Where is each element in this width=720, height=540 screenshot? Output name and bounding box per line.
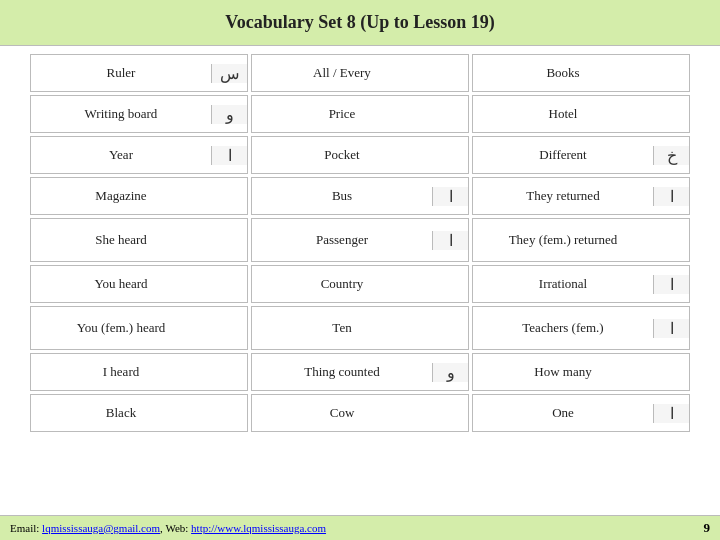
vocab-cell: Rulerس [30, 54, 248, 92]
vocab-label: All / Every [252, 61, 432, 86]
vocab-arabic: س [211, 64, 247, 83]
vocab-cell: Irrationalا [472, 265, 690, 303]
footer-web-label: Web: [165, 522, 191, 534]
vocab-label: Irrational [473, 272, 653, 297]
vocab-cell: Passengerا [251, 218, 469, 262]
vocab-arabic: ا [432, 231, 468, 250]
vocab-arabic: ا [653, 275, 689, 294]
vocab-cell: Differentخ [472, 136, 690, 174]
vocab-label: Ten [252, 316, 432, 341]
vocab-cell: Yearا [30, 136, 248, 174]
vocab-cell: They (fem.) returned [472, 218, 690, 262]
vocab-cell: Books [472, 54, 690, 92]
vocab-arabic: و [432, 363, 468, 382]
vocab-label: I heard [31, 360, 211, 385]
vocab-label: You heard [31, 272, 211, 297]
footer: Email: lqmississauga@gmail.com, Web: htt… [0, 515, 720, 540]
vocab-cell: Black [30, 394, 248, 432]
vocab-cell: Thing countedو [251, 353, 469, 391]
vocab-label: Magazine [31, 184, 211, 209]
vocab-arabic: ا [653, 319, 689, 338]
vocab-cell: You (fem.) heard [30, 306, 248, 350]
vocab-cell: Country [251, 265, 469, 303]
vocab-cell: Writing boardو [30, 95, 248, 133]
vocab-cell: Pocket [251, 136, 469, 174]
vocab-label: Writing board [31, 102, 211, 127]
vocabulary-grid-container: RulerسAll / EveryBooksWriting boardوPric… [0, 46, 720, 436]
vocab-cell: Oneا [472, 394, 690, 432]
vocab-arabic: ا [653, 187, 689, 206]
vocab-cell: How many [472, 353, 690, 391]
vocab-label: How many [473, 360, 653, 385]
vocab-label: Country [252, 272, 432, 297]
vocab-arabic: ا [432, 187, 468, 206]
vocab-arabic: خ [653, 146, 689, 165]
vocab-cell: They returnedا [472, 177, 690, 215]
vocab-arabic: ا [211, 146, 247, 165]
vocab-label: Books [473, 61, 653, 86]
vocab-label: Hotel [473, 102, 653, 127]
vocab-label: They (fem.) returned [473, 228, 653, 253]
vocab-cell: Teachers (fem.)ا [472, 306, 690, 350]
vocab-label: Pocket [252, 143, 432, 168]
vocab-arabic: و [211, 105, 247, 124]
footer-email-link[interactable]: lqmississauga@gmail.com [42, 522, 160, 534]
vocab-label: Year [31, 143, 211, 168]
vocab-cell: Ten [251, 306, 469, 350]
vocab-label: Thing counted [252, 360, 432, 385]
footer-links: Email: lqmississauga@gmail.com, Web: htt… [10, 522, 326, 534]
page-header: Vocabulary Set 8 (Up to Lesson 19) [0, 0, 720, 46]
vocab-cell: Price [251, 95, 469, 133]
vocab-cell: All / Every [251, 54, 469, 92]
vocab-cell: You heard [30, 265, 248, 303]
vocab-label: Cow [252, 401, 432, 426]
page-title: Vocabulary Set 8 (Up to Lesson 19) [225, 12, 494, 32]
vocab-cell: Busا [251, 177, 469, 215]
footer-email-label: Email: [10, 522, 42, 534]
footer-web-link[interactable]: http://www.lqmississauga.com [191, 522, 326, 534]
vocab-label: Passenger [252, 228, 432, 253]
vocabulary-grid: RulerسAll / EveryBooksWriting boardوPric… [30, 54, 690, 432]
vocab-label: Teachers (fem.) [473, 316, 653, 341]
vocab-cell: Cow [251, 394, 469, 432]
vocab-label: One [473, 401, 653, 426]
vocab-label: Price [252, 102, 432, 127]
vocab-label: She heard [31, 228, 211, 253]
vocab-label: Different [473, 143, 653, 168]
vocab-label: Bus [252, 184, 432, 209]
vocab-label: They returned [473, 184, 653, 209]
page-number: 9 [704, 520, 711, 536]
vocab-cell: She heard [30, 218, 248, 262]
vocab-label: Ruler [31, 61, 211, 86]
vocab-arabic: ا [653, 404, 689, 423]
vocab-cell: I heard [30, 353, 248, 391]
vocab-cell: Magazine [30, 177, 248, 215]
vocab-label: You (fem.) heard [31, 316, 211, 341]
vocab-cell: Hotel [472, 95, 690, 133]
vocab-label: Black [31, 401, 211, 426]
